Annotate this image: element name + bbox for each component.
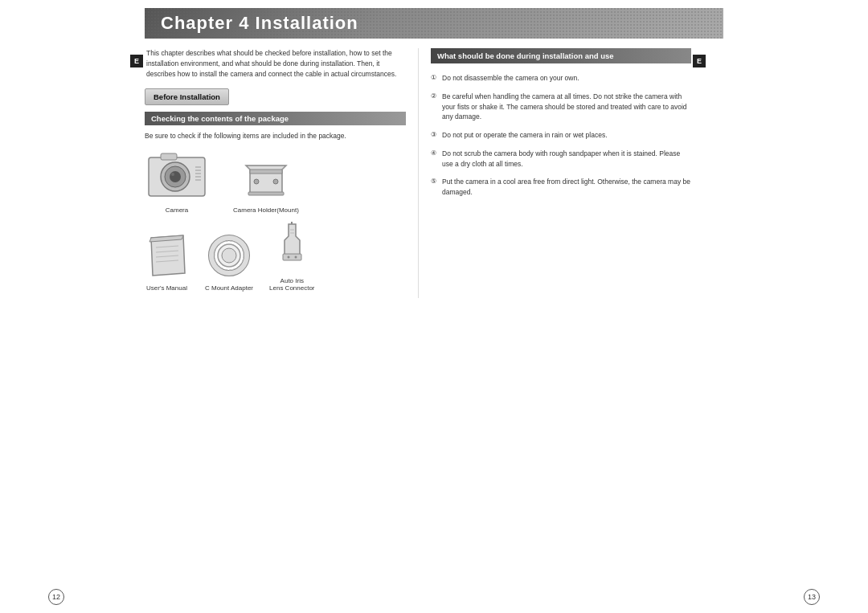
right-column: E What should be done during installatio…	[418, 48, 691, 298]
page-number-right: 13	[804, 589, 820, 605]
package-intro: Be sure to check if the following items …	[145, 132, 406, 140]
item-label-iris: Auto IrisLens Connector	[269, 277, 314, 292]
what-header: What should be done during installation …	[431, 48, 691, 63]
mount-icon	[234, 149, 298, 203]
list-item: Auto IrisLens Connector	[269, 220, 314, 292]
e-badge-right: E	[693, 55, 706, 67]
adapter-icon	[207, 231, 252, 281]
chapter-header: Chapter 4 Installation	[145, 8, 723, 39]
svg-point-12	[273, 179, 278, 184]
item-num: ⑤	[431, 177, 436, 186]
item-num: ④	[431, 149, 436, 158]
svg-point-26	[287, 256, 289, 259]
before-installation-label: Before Installation	[145, 88, 229, 105]
item-label-camera: Camera	[166, 206, 188, 214]
svg-rect-25	[283, 254, 301, 260]
svg-point-11	[254, 179, 259, 184]
items-grid-bottom: User's Manual	[145, 220, 406, 292]
item-num: ②	[431, 92, 436, 101]
camera-icon	[145, 149, 209, 203]
manual-icon	[145, 231, 189, 281]
list-item: ② Be careful when handling the camera at…	[431, 92, 691, 122]
instruction-text: Do not disassemble the camera on your ow…	[442, 74, 579, 82]
items-grid-top: Camera	[145, 149, 406, 214]
item-label-manual: User's Manual	[146, 284, 187, 292]
list-item: ⑤ Put the camera in a cool area free fro…	[431, 177, 691, 198]
left-column: E This chapter describes what should be …	[145, 48, 418, 298]
instruction-text: Do not put or operate the camera in rain…	[442, 131, 608, 139]
svg-point-4	[171, 173, 174, 176]
instruction-text: Put the camera in a cool area free from …	[442, 178, 690, 196]
page-number-left: 12	[48, 589, 64, 605]
intro-text: This chapter describes what should be ch…	[145, 48, 406, 79]
item-num: ①	[431, 73, 436, 83]
list-item: C Mount Adapter	[205, 231, 253, 292]
item-num: ③	[431, 130, 436, 140]
svg-point-3	[170, 171, 181, 182]
content-area: E This chapter describes what should be …	[145, 39, 723, 298]
instruction-text: Be careful when handling the camera at a…	[442, 92, 687, 121]
list-item: User's Manual	[145, 231, 189, 292]
list-item: ① Do not disassemble the camera on your …	[431, 73, 691, 84]
svg-rect-5	[161, 153, 177, 160]
chapter-title: Chapter 4 Installation	[161, 13, 358, 34]
instruction-text: Do not scrub the camera body with rough …	[442, 149, 680, 168]
list-item: ③ Do not put or operate the camera in ra…	[431, 130, 691, 141]
svg-rect-13	[248, 192, 284, 195]
iris-icon	[274, 220, 310, 274]
e-badge-left: E	[130, 55, 143, 67]
list-item: ④ Do not scrub the camera body with roug…	[431, 149, 691, 170]
page-container: Chapter 4 Installation E This chapter de…	[0, 8, 868, 613]
item-label-adapter: C Mount Adapter	[205, 284, 253, 292]
section-header: Checking the contents of the package	[145, 112, 406, 125]
list-item: Camera Holder(Mount)	[233, 149, 299, 214]
instruction-list: ① Do not disassemble the camera on your …	[431, 73, 691, 198]
list-item: Camera	[145, 149, 209, 214]
svg-point-27	[294, 256, 297, 259]
svg-point-23	[222, 248, 236, 263]
item-label-mount: Camera Holder(Mount)	[233, 206, 299, 214]
